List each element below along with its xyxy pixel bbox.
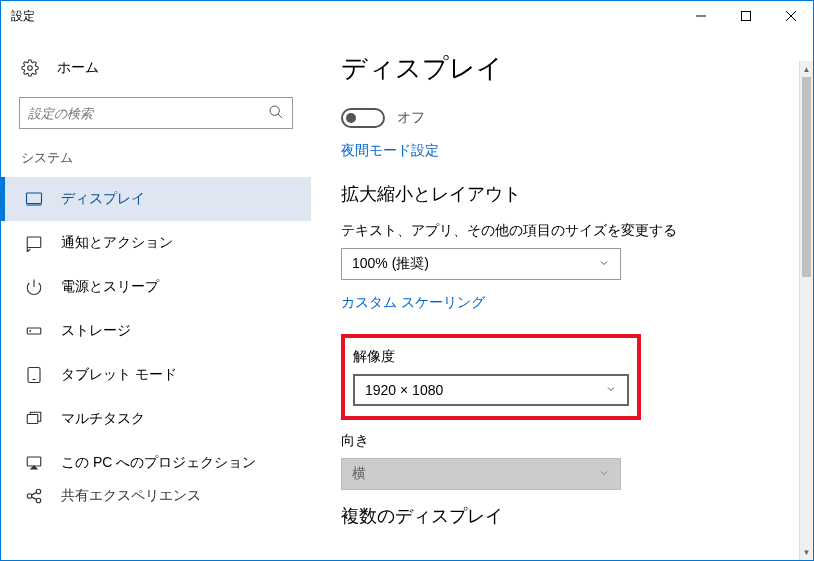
maximize-button[interactable] bbox=[723, 1, 768, 31]
multi-display-heading: 複数のディスプレイ bbox=[341, 504, 783, 528]
svg-point-19 bbox=[36, 498, 41, 503]
sidebar-item-notifications[interactable]: 通知とアクション bbox=[1, 221, 311, 265]
sidebar-item-projection[interactable]: この PC へのプロジェクション bbox=[1, 441, 311, 485]
chevron-down-icon bbox=[605, 383, 617, 398]
svg-rect-11 bbox=[27, 328, 41, 334]
scale-label: テキスト、アプリ、その他の項目のサイズを変更する bbox=[341, 222, 783, 240]
svg-rect-1 bbox=[741, 12, 750, 21]
window-controls bbox=[678, 1, 813, 31]
sidebar-item-label: 電源とスリープ bbox=[61, 278, 159, 296]
titlebar: 設定 bbox=[1, 1, 813, 31]
search-field[interactable] bbox=[28, 106, 268, 121]
svg-point-12 bbox=[30, 331, 31, 332]
chevron-down-icon bbox=[598, 467, 610, 482]
sidebar-item-power[interactable]: 電源とスリープ bbox=[1, 265, 311, 309]
window-title: 設定 bbox=[11, 8, 35, 25]
sidebar-item-shared[interactable]: 共有エクスペリエンス bbox=[1, 485, 311, 507]
sidebar: ホーム システム ディスプレイ 通知とアクション bbox=[1, 31, 311, 560]
storage-icon bbox=[25, 322, 43, 340]
nightlight-settings-link[interactable]: 夜間モード設定 bbox=[341, 142, 783, 160]
nightlight-toggle-row: オフ bbox=[341, 108, 783, 128]
display-icon bbox=[25, 190, 43, 208]
search-icon bbox=[268, 104, 284, 123]
close-button[interactable] bbox=[768, 1, 813, 31]
scroll-up-icon[interactable]: ▲ bbox=[800, 61, 813, 77]
resolution-highlight: 解像度 1920 × 1080 bbox=[341, 334, 641, 420]
page-title: ディスプレイ bbox=[341, 51, 783, 86]
orientation-label: 向き bbox=[341, 432, 783, 450]
resolution-value: 1920 × 1080 bbox=[365, 382, 605, 398]
home-label: ホーム bbox=[57, 59, 99, 77]
sidebar-item-label: 通知とアクション bbox=[61, 234, 173, 252]
svg-line-6 bbox=[278, 114, 282, 118]
sidebar-item-display[interactable]: ディスプレイ bbox=[1, 177, 311, 221]
resolution-dropdown[interactable]: 1920 × 1080 bbox=[353, 374, 629, 406]
sidebar-item-storage[interactable]: ストレージ bbox=[1, 309, 311, 353]
shared-icon bbox=[25, 487, 43, 505]
svg-line-20 bbox=[32, 493, 37, 495]
search-input[interactable] bbox=[19, 97, 293, 129]
sidebar-item-label: マルチタスク bbox=[61, 410, 145, 428]
svg-line-21 bbox=[32, 497, 37, 499]
orientation-value: 横 bbox=[352, 465, 598, 483]
sidebar-item-label: 共有エクスペリエンス bbox=[61, 487, 201, 505]
nightlight-toggle[interactable] bbox=[341, 108, 385, 128]
home-nav[interactable]: ホーム bbox=[1, 51, 311, 91]
custom-scaling-link[interactable]: カスタム スケーリング bbox=[341, 294, 783, 312]
projection-icon bbox=[25, 454, 43, 472]
resolution-label: 解像度 bbox=[353, 348, 629, 366]
sidebar-item-multitask[interactable]: マルチタスク bbox=[1, 397, 311, 441]
multitask-icon bbox=[25, 410, 43, 428]
svg-point-17 bbox=[27, 494, 32, 499]
scroll-down-icon[interactable]: ▼ bbox=[800, 544, 813, 560]
scale-value: 100% (推奨) bbox=[352, 255, 598, 273]
category-label: システム bbox=[1, 149, 311, 177]
orientation-dropdown[interactable]: 横 bbox=[341, 458, 621, 490]
sidebar-item-label: ストレージ bbox=[61, 322, 131, 340]
svg-point-4 bbox=[28, 66, 33, 71]
scrollbar[interactable]: ▲ ▼ bbox=[799, 61, 813, 560]
toggle-state-label: オフ bbox=[397, 109, 425, 127]
svg-rect-9 bbox=[27, 237, 41, 248]
tablet-icon bbox=[25, 366, 43, 384]
content-pane: ディスプレイ オフ 夜間モード設定 拡大縮小とレイアウト テキスト、アプリ、その… bbox=[311, 31, 813, 560]
sidebar-item-label: この PC へのプロジェクション bbox=[61, 454, 256, 472]
svg-rect-13 bbox=[28, 368, 40, 383]
svg-rect-16 bbox=[27, 457, 41, 466]
sidebar-item-label: ディスプレイ bbox=[61, 190, 145, 208]
svg-rect-7 bbox=[27, 193, 42, 204]
power-icon bbox=[25, 278, 43, 296]
minimize-button[interactable] bbox=[678, 1, 723, 31]
svg-point-18 bbox=[36, 489, 41, 494]
scale-dropdown[interactable]: 100% (推奨) bbox=[341, 248, 621, 280]
chevron-down-icon bbox=[598, 257, 610, 272]
layout-heading: 拡大縮小とレイアウト bbox=[341, 182, 783, 206]
svg-point-5 bbox=[270, 106, 279, 115]
sidebar-item-tablet[interactable]: タブレット モード bbox=[1, 353, 311, 397]
svg-rect-15 bbox=[27, 415, 38, 424]
gear-icon bbox=[21, 59, 39, 77]
notifications-icon bbox=[25, 234, 43, 252]
sidebar-item-label: タブレット モード bbox=[61, 366, 177, 384]
scrollbar-thumb[interactable] bbox=[802, 77, 811, 277]
